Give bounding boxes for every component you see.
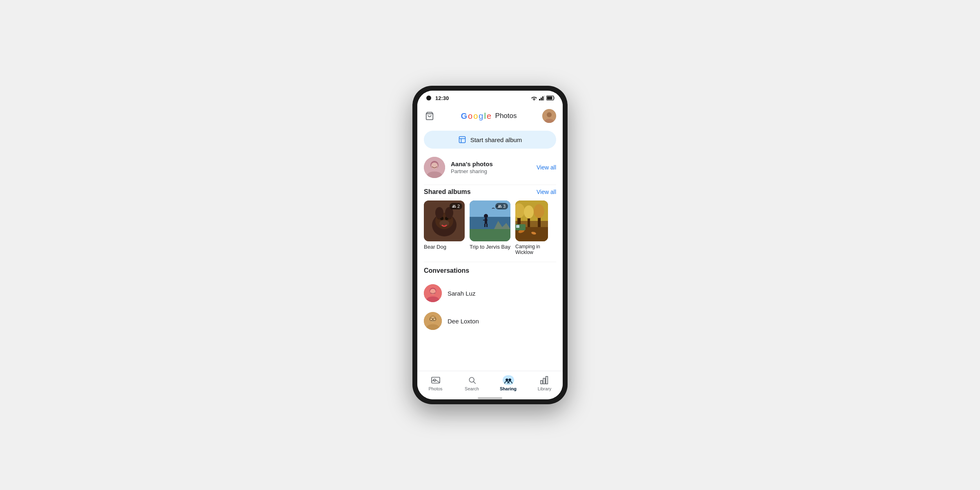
app-header: Google Photos <box>417 105 563 127</box>
scroll-content: Start shared album Aana's photos <box>417 127 563 371</box>
svg-rect-6 <box>547 97 552 100</box>
nav-photos-label: Photos <box>428 386 442 391</box>
svg-line-58 <box>473 382 475 384</box>
nav-sharing-label: Sharing <box>500 386 517 391</box>
svg-rect-63 <box>546 376 548 384</box>
album-jervis-bay[interactable]: 3 Trip to Jervis Bay <box>470 200 510 255</box>
library-nav-icon <box>539 375 550 385</box>
nav-sharing[interactable]: Sharing <box>490 373 526 394</box>
sarah-name: Sarah Luz <box>448 290 475 297</box>
nav-library[interactable]: Library <box>526 373 563 394</box>
svg-rect-10 <box>459 137 465 143</box>
logo-l: l <box>484 111 486 121</box>
badge-count-2: 3 <box>503 204 506 209</box>
svg-point-28 <box>484 214 488 218</box>
partner-subtitle: Partner sharing <box>451 168 531 174</box>
conversations-title: Conversations <box>424 267 469 274</box>
nav-library-label: Library <box>538 386 552 391</box>
svg-point-0 <box>534 100 535 100</box>
svg-rect-29 <box>485 218 487 224</box>
status-time: 12:30 <box>435 95 449 101</box>
conversation-sarah[interactable]: Sarah Luz <box>417 279 563 307</box>
logo-e: e <box>487 111 491 121</box>
camera-notch <box>426 96 431 100</box>
badge-count-1: 2 <box>457 204 460 209</box>
nav-photos[interactable]: Photos <box>417 373 454 394</box>
shared-albums-title: Shared albums <box>424 188 471 196</box>
svg-rect-3 <box>542 96 543 100</box>
album-camping-thumb <box>515 200 548 241</box>
user-avatar[interactable] <box>542 109 556 123</box>
logo-g2: g <box>479 111 483 121</box>
album-jervis-bay-label: Trip to Jervis Bay <box>470 244 510 250</box>
svg-rect-4 <box>544 96 545 100</box>
svg-point-22 <box>435 207 443 218</box>
partner-info: Aana's photos Partner sharing <box>451 160 531 174</box>
partner-name: Aana's photos <box>451 160 531 167</box>
shared-albums-view-all[interactable]: View all <box>537 189 556 195</box>
svg-point-59 <box>506 379 508 381</box>
conversation-dee[interactable]: Dee Loxton <box>417 307 563 335</box>
google-photos-logo: Google Photos <box>461 111 517 121</box>
phone-screen: 12:30 <box>417 91 563 399</box>
phone-frame: 12:30 <box>412 86 568 404</box>
album-jervis-bay-thumb: 3 <box>470 200 510 241</box>
album-bear-dog-thumb: 2 <box>424 200 465 241</box>
nav-search[interactable]: Search <box>454 373 490 394</box>
albums-row: 2 Bear Dog <box>417 200 563 262</box>
sarah-avatar <box>424 284 442 302</box>
dee-avatar <box>424 312 442 330</box>
conversations-section: Conversations Sarah Luz <box>417 262 563 336</box>
svg-point-40 <box>534 204 544 218</box>
home-bar <box>478 397 502 399</box>
nav-search-label: Search <box>465 386 479 391</box>
shared-albums-header: Shared albums View all <box>417 185 563 200</box>
logo-photos: Photos <box>495 112 517 120</box>
sharing-nav-icon <box>503 375 514 385</box>
svg-rect-1 <box>539 99 540 100</box>
bag-icon[interactable] <box>424 110 435 122</box>
svg-rect-61 <box>541 381 543 384</box>
start-shared-btn-label: Start shared album <box>470 136 522 143</box>
svg-rect-32 <box>486 224 488 227</box>
wifi-icon <box>531 96 537 100</box>
start-shared-album-button[interactable]: Start shared album <box>424 131 556 149</box>
album-camping-label: Camping inWicklow <box>515 244 548 255</box>
partner-avatar <box>424 157 445 178</box>
dee-name: Dee Loxton <box>448 318 479 325</box>
svg-rect-2 <box>541 98 542 100</box>
album-bear-dog-badge: 2 <box>450 203 462 209</box>
svg-point-9 <box>547 112 552 117</box>
status-icons <box>531 96 555 100</box>
home-indicator <box>417 397 563 399</box>
logo-o2: o <box>473 111 478 121</box>
battery-icon <box>546 96 555 100</box>
svg-rect-62 <box>543 378 545 384</box>
svg-rect-45 <box>516 225 519 228</box>
svg-point-60 <box>508 379 511 381</box>
search-nav-icon <box>466 375 478 385</box>
signal-icon <box>539 96 545 100</box>
conversations-header: Conversations <box>417 264 563 279</box>
svg-point-38 <box>524 205 534 218</box>
partner-view-all[interactable]: View all <box>537 164 556 171</box>
photos-nav-icon <box>430 375 441 385</box>
bottom-nav: Photos Search <box>417 371 563 397</box>
album-bear-dog[interactable]: 2 Bear Dog <box>424 200 465 255</box>
album-jervis-bay-badge: 3 <box>495 203 508 209</box>
status-bar: 12:30 <box>417 91 563 105</box>
shared-album-icon <box>458 136 466 144</box>
album-bear-dog-label: Bear Dog <box>424 244 465 250</box>
logo-o1: o <box>468 111 472 121</box>
album-camping-wicklow[interactable]: Camping inWicklow <box>515 200 548 255</box>
svg-rect-31 <box>484 224 486 227</box>
logo-g: G <box>461 111 467 121</box>
partner-sharing-section: Aana's photos Partner sharing View all <box>417 155 563 185</box>
